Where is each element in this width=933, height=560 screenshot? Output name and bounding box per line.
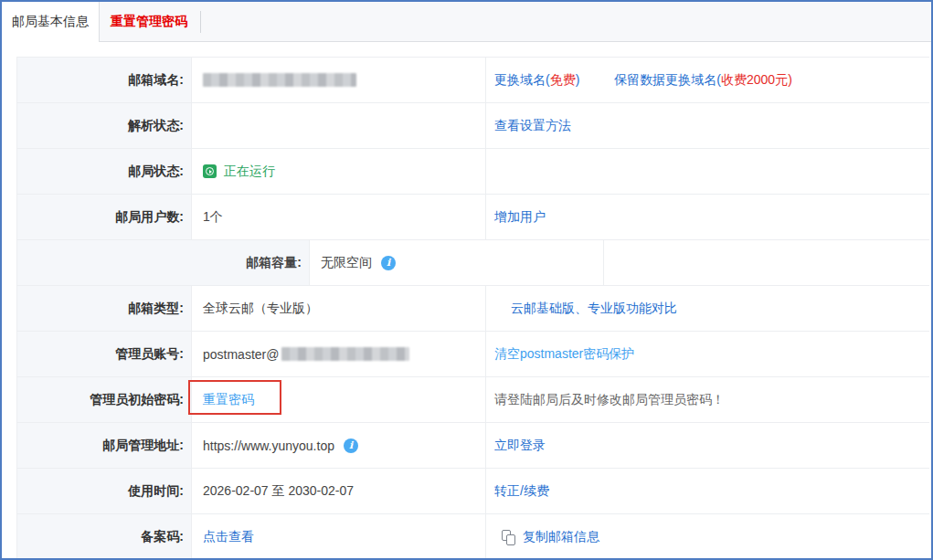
period-value-cell: 2026-02-07 至 2030-02-07	[192, 469, 485, 513]
users-action-cell: 增加用户	[485, 195, 929, 239]
capacity-info-icon[interactable]: i	[381, 256, 396, 270]
row-label-address: 邮局管理地址:	[16, 423, 192, 468]
change-domain-close-paren: )	[576, 72, 580, 87]
redacted-domain-value	[203, 73, 356, 87]
icp-value-cell: 点击查看	[192, 514, 485, 560]
keep-data-text: 保留数据更换域名(	[614, 72, 721, 87]
type-value-cell: 全球云邮（专业版）	[192, 286, 485, 331]
users-value-cell: 1个	[192, 195, 485, 239]
dns-value-cell	[192, 103, 485, 148]
status-badge: 正在运行	[203, 164, 275, 180]
tab-reset-password[interactable]: 重置管理密码	[100, 14, 200, 30]
user-count-text: 1个	[203, 209, 223, 226]
keep-data-fee-text: 收费2000元)	[721, 72, 792, 87]
view-setup-method-link[interactable]: 查看设置方法	[494, 118, 571, 134]
dns-action-cell: 查看设置方法	[485, 103, 929, 148]
password-value-cell: 重置密码	[192, 377, 485, 422]
admin-url-text: https://www.yunyou.top	[203, 438, 334, 453]
row-label-icp: 备案码:	[16, 514, 192, 560]
change-domain-text: 更换域名(	[494, 72, 550, 87]
capacity-value-cell: 无限空间 i	[310, 240, 603, 285]
tab-separator	[200, 11, 201, 33]
admin-account-text: postmaster@	[203, 347, 279, 362]
row-label-admin: 管理员账号:	[16, 332, 192, 376]
login-now-link[interactable]: 立即登录	[494, 438, 546, 454]
keep-data-change-domain-link[interactable]: 保留数据更换域名(收费2000元)	[614, 72, 791, 89]
version-compare-link[interactable]: 云邮基础版、专业版功能对比	[511, 301, 677, 317]
row-label-type: 邮箱类型:	[16, 286, 192, 331]
running-ring-icon	[206, 167, 214, 175]
row-label-status: 邮局状态:	[16, 149, 192, 194]
tab-basic-info[interactable]: 邮局基本信息	[2, 2, 99, 42]
copy-mailbox-info-text: 复制邮箱信息	[523, 529, 599, 545]
basic-info-table: 邮箱域名: 更换域名(免费) 保留数据更换域名(收费2000元) 解析状态: 查…	[16, 57, 929, 560]
admin-value-cell: postmaster@	[192, 332, 485, 376]
mail-admin-panel: 邮局基本信息 重置管理密码 邮箱域名: 更换域名(免费) 保留数据更换域名(收费…	[0, 0, 933, 560]
status-running-text: 正在运行	[224, 164, 275, 180]
table-row-dns: 解析状态: 查看设置方法	[16, 103, 929, 149]
play-triangle-icon	[209, 170, 212, 174]
table-row-capacity: 邮箱容量: 无限空间 i	[16, 240, 929, 286]
capacity-action-cell	[603, 240, 929, 285]
row-label-domain: 邮箱域名:	[16, 58, 192, 102]
table-row-admin: 管理员账号: postmaster@ 清空postmaster密码保护	[16, 332, 929, 377]
table-row-domain: 邮箱域名: 更换域名(免费) 保留数据更换域名(收费2000元)	[16, 58, 929, 103]
status-value-cell: 正在运行	[192, 149, 485, 194]
capacity-text: 无限空间	[321, 255, 372, 271]
status-action-cell	[485, 149, 929, 194]
domain-action-cell: 更换域名(免费) 保留数据更换域名(收费2000元)	[485, 58, 929, 102]
address-value-cell: https://www.yunyou.top i	[192, 423, 485, 468]
row-label-dns: 解析状态:	[16, 103, 192, 148]
renew-link[interactable]: 转正/续费	[494, 483, 549, 500]
address-info-icon[interactable]: i	[344, 438, 358, 453]
admin-action-cell: 清空postmaster密码保护	[485, 332, 929, 376]
reset-password-link[interactable]: 重置密码	[203, 392, 254, 408]
period-action-cell: 转正/续费	[485, 469, 929, 513]
add-user-link[interactable]: 增加用户	[494, 209, 546, 226]
icp-action-cell: 复制邮箱信息	[485, 514, 929, 560]
row-label-password: 管理员初始密码:	[16, 377, 192, 422]
copy-mailbox-info-link[interactable]: 复制邮箱信息	[502, 529, 599, 545]
click-to-view-link[interactable]: 点击查看	[203, 529, 254, 545]
redacted-admin-domain	[281, 347, 409, 361]
table-row-icp: 备案码: 点击查看 复制邮箱信息	[16, 514, 929, 560]
running-status-icon	[203, 164, 217, 178]
clear-postmaster-protection-link[interactable]: 清空postmaster密码保护	[494, 346, 634, 363]
table-row-users: 邮局用户数: 1个 增加用户	[16, 195, 929, 240]
usage-period-text: 2026-02-07 至 2030-02-07	[203, 483, 354, 500]
domain-value-cell	[192, 58, 485, 102]
row-label-period: 使用时间:	[16, 469, 192, 513]
address-action-cell: 立即登录	[485, 423, 929, 468]
table-row-type: 邮箱类型: 全球云邮（专业版） 云邮基础版、专业版功能对比	[16, 286, 929, 332]
password-action-cell: 请登陆邮局后及时修改邮局管理员密码！	[485, 377, 929, 422]
tab-bar: 邮局基本信息 重置管理密码	[2, 2, 931, 42]
tab-bar-rest: 重置管理密码	[99, 2, 931, 42]
table-row-period: 使用时间: 2026-02-07 至 2030-02-07 转正/续费	[16, 469, 929, 514]
table-row-status: 邮局状态: 正在运行	[16, 149, 929, 195]
password-warning-text: 请登陆邮局后及时修改邮局管理员密码！	[494, 392, 725, 408]
row-label-capacity: 邮箱容量:	[16, 240, 310, 285]
change-domain-link[interactable]: 更换域名(免费)	[494, 72, 579, 89]
table-row-address: 邮局管理地址: https://www.yunyou.top i 立即登录	[16, 423, 929, 469]
mailbox-type-text: 全球云邮（专业版）	[203, 301, 318, 317]
type-action-cell: 云邮基础版、专业版功能对比	[485, 286, 929, 331]
table-row-password: 管理员初始密码: 重置密码 请登陆邮局后及时修改邮局管理员密码！	[16, 377, 929, 423]
copy-icon	[502, 530, 515, 545]
change-domain-free-text: 免费	[550, 72, 576, 87]
row-label-users: 邮局用户数:	[16, 195, 192, 239]
